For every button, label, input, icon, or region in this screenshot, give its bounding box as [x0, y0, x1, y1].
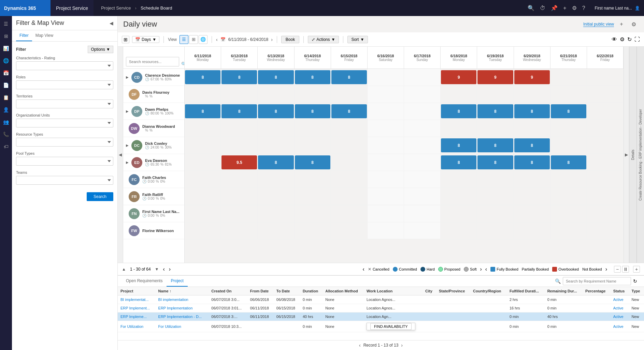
calendar-cell[interactable]: [185, 154, 221, 171]
calendar-cell[interactable]: [550, 120, 587, 137]
resource-row[interactable]: DW Dianna Woodward % %: [123, 120, 184, 137]
bottom-refresh-icon[interactable]: ↻: [633, 278, 637, 284]
calendar-cell[interactable]: [185, 137, 221, 154]
calendar-cell[interactable]: [185, 86, 221, 103]
calendar-cell[interactable]: 8: [477, 137, 514, 154]
calendar-cell[interactable]: [587, 120, 624, 137]
calendar-cell[interactable]: [331, 205, 368, 222]
calendar-cell[interactable]: [295, 120, 331, 137]
filter-select-org-units[interactable]: [16, 119, 113, 127]
booking-block[interactable]: 8: [295, 155, 330, 169]
calendar-cell[interactable]: 8: [550, 154, 587, 171]
zoom-in-button[interactable]: +: [633, 266, 640, 273]
calendar-cell[interactable]: [368, 222, 404, 239]
name-link[interactable]: BI implementation: [158, 298, 188, 302]
calendar-cell[interactable]: [221, 188, 258, 205]
calendar-cell[interactable]: [368, 188, 404, 205]
booking-block[interactable]: 9: [514, 70, 550, 84]
status-link[interactable]: Active: [613, 298, 624, 302]
calendar-cell[interactable]: 8: [514, 137, 550, 154]
calendar-cell[interactable]: [295, 86, 331, 103]
search-resources-icon[interactable]: 🔍: [181, 62, 185, 66]
calendar-cell[interactable]: 8: [258, 69, 294, 86]
calendar-cell[interactable]: [368, 103, 404, 120]
booking-block[interactable]: 8: [295, 104, 330, 118]
booking-block[interactable]: 8: [221, 70, 257, 84]
booking-block[interactable]: 8: [258, 70, 294, 84]
add-view-button[interactable]: +: [617, 19, 626, 29]
calendar-cell[interactable]: [295, 137, 331, 154]
calendar-cell[interactable]: [331, 171, 368, 188]
calendar-cell[interactable]: 8: [441, 103, 477, 120]
days-selector[interactable]: 📅 Days ▼: [132, 36, 159, 43]
calendar-cell[interactable]: [587, 188, 624, 205]
calendar-cell[interactable]: [404, 86, 441, 103]
calendar-cell[interactable]: [331, 86, 368, 103]
calendar-cell[interactable]: 8: [258, 154, 294, 171]
booking-block[interactable]: 8: [477, 104, 513, 118]
calendar-cell[interactable]: [514, 188, 550, 205]
booking-block[interactable]: 8: [551, 104, 586, 118]
calendar-cell[interactable]: [404, 188, 441, 205]
resource-row[interactable]: ▶ ED Eva Dawson 🕐 65:30 % 81%: [123, 154, 184, 171]
calendar-cell[interactable]: [185, 171, 221, 188]
calendar-cell[interactable]: [587, 154, 624, 171]
booking-block[interactable]: 8: [185, 70, 220, 84]
calendar-cell[interactable]: [587, 222, 624, 239]
calendar-cell[interactable]: [368, 137, 404, 154]
resource-row[interactable]: ▶ DC Dick Cowley 🕐 24:00 % 30%: [123, 137, 184, 154]
calendar-cell[interactable]: [404, 205, 441, 222]
project-link[interactable]: ERP Impleme...: [120, 315, 147, 319]
calendar-cell[interactable]: [550, 69, 587, 86]
calendar-cell[interactable]: [514, 86, 550, 103]
expand-collapse-grid-button[interactable]: ⊞: [122, 36, 129, 43]
calendar-cell[interactable]: [331, 222, 368, 239]
booking-block[interactable]: 8: [221, 104, 257, 118]
filter-select-characteristics[interactable]: [16, 61, 113, 70]
calendar-cell[interactable]: [477, 86, 514, 103]
booking-block[interactable]: 8: [441, 138, 476, 152]
settings-icon[interactable]: ⚙: [572, 5, 577, 11]
sidebar-doc-icon[interactable]: 📄: [1, 80, 11, 90]
calendar-cell[interactable]: [221, 205, 258, 222]
calendar-cell[interactable]: [404, 69, 441, 86]
calendar-cell[interactable]: 9.5: [221, 154, 258, 171]
sidebar-clipboard-icon[interactable]: 📋: [1, 92, 11, 103]
breadcrumb-item-2[interactable]: Schedule Board: [141, 5, 172, 11]
record-prev-button[interactable]: ‹: [359, 343, 361, 348]
calendar-cell[interactable]: [514, 171, 550, 188]
calendar-cell[interactable]: 8: [221, 69, 258, 86]
calendar-cell[interactable]: [441, 205, 477, 222]
map-view-button[interactable]: 🌐: [199, 35, 207, 44]
zoom-out-button[interactable]: −: [614, 266, 621, 273]
calendar-cell[interactable]: [221, 222, 258, 239]
page-prev-button[interactable]: ‹: [163, 266, 165, 272]
booking-block[interactable]: 8: [295, 70, 330, 84]
booking-block[interactable]: 8: [258, 155, 294, 169]
settings-icon[interactable]: ⚙: [620, 36, 625, 43]
calendar-cell[interactable]: 8: [331, 69, 368, 86]
calendar-cell[interactable]: [221, 171, 258, 188]
eye-icon[interactable]: 👁: [612, 36, 617, 43]
booking-block[interactable]: 8: [477, 155, 513, 169]
booking-block[interactable]: 8: [185, 104, 220, 118]
booking-block[interactable]: 8: [258, 104, 294, 118]
date-next-button[interactable]: ›: [271, 37, 273, 42]
calendar-cell[interactable]: [514, 120, 550, 137]
user-area[interactable]: First name Last na... 👤: [591, 6, 644, 11]
list-view-button[interactable]: ☰: [180, 35, 188, 44]
calendar-cell[interactable]: [550, 137, 587, 154]
project-link[interactable]: ERP Implement...: [120, 306, 150, 310]
calendar-cell[interactable]: [258, 205, 294, 222]
legend-prev-button[interactable]: ‹: [363, 266, 364, 272]
calendar-cell[interactable]: [550, 188, 587, 205]
calendar-cell[interactable]: 8: [514, 154, 550, 171]
calendar-cell[interactable]: [477, 120, 514, 137]
calendar-cell[interactable]: [221, 120, 258, 137]
calendar-cell[interactable]: 8: [258, 103, 294, 120]
calendar-cell[interactable]: 9: [477, 69, 514, 86]
booking-block[interactable]: 8: [441, 155, 476, 169]
filter-select-teams[interactable]: [16, 176, 113, 185]
calendar-cell[interactable]: [368, 69, 404, 86]
calendar-cell[interactable]: 8: [221, 103, 258, 120]
